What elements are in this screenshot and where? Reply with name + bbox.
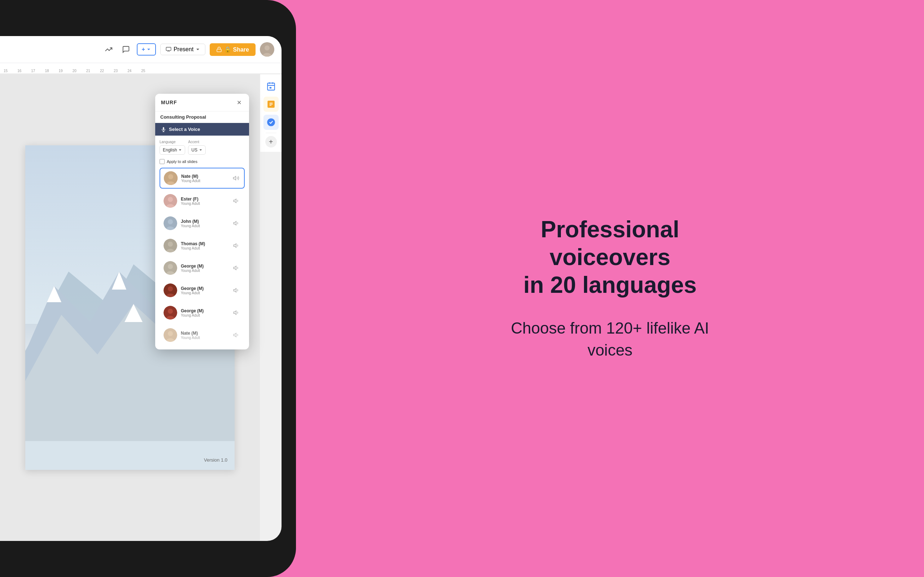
play-icon[interactable] (232, 308, 241, 317)
murf-body: Language English Accent US (155, 135, 249, 350)
voice-item[interactable]: George (M) Young Adult (160, 280, 245, 300)
voice-avatar (163, 239, 177, 253)
voice-name: George (M) (181, 264, 228, 269)
svg-point-45 (168, 286, 173, 292)
svg-point-3 (265, 45, 270, 50)
check-icon[interactable] (263, 115, 279, 130)
voice-item[interactable]: John (M) Young Adult (160, 213, 245, 233)
accent-label: Accent (188, 140, 206, 144)
voice-item[interactable]: Thomas (M) Young Adult (160, 235, 245, 256)
share-button[interactable]: 🔒 Share (210, 43, 255, 56)
voice-list: Nate (M) Young Adult (160, 168, 245, 345)
hero-content: Professional voiceoversin 20 languages C… (502, 216, 718, 361)
voice-info: Nate (M) Young Adult (181, 331, 228, 340)
voice-avatar (163, 328, 177, 342)
voice-type: Young Adult (181, 336, 228, 340)
hero-title: Professional voiceoversin 20 languages (502, 216, 718, 298)
voice-item[interactable]: George (M) Young Adult (160, 303, 245, 323)
language-select[interactable]: English (160, 145, 185, 155)
voice-type: Young Adult (181, 269, 228, 272)
voice-avatar (163, 284, 177, 297)
voice-info: Ester (F) Young Adult (181, 197, 228, 206)
voice-avatar (163, 216, 177, 230)
svg-rect-1 (217, 49, 221, 52)
murf-close-button[interactable]: ✕ (234, 98, 243, 107)
svg-marker-55 (234, 333, 236, 337)
voice-avatar (163, 306, 177, 319)
voice-name: George (M) (181, 286, 228, 291)
apply-checkbox[interactable]: Apply to all slides (160, 159, 245, 164)
user-avatar[interactable] (260, 42, 274, 56)
murf-dialog: MURF ✕ Consulting Proposal Select a Voic… (155, 94, 249, 350)
voice-item[interactable]: George (M) Young Adult (160, 258, 245, 278)
svg-point-41 (168, 264, 173, 269)
svg-point-49 (168, 309, 173, 314)
svg-point-21 (267, 118, 275, 126)
laptop-screen: + Present 🔒 Share (0, 36, 281, 541)
laptop-frame: + Present 🔒 Share (0, 0, 296, 577)
svg-rect-16 (269, 87, 271, 89)
voice-type: Young Adult (181, 313, 228, 318)
voice-info: George (M) Young Adult (181, 308, 228, 318)
murf-header: MURF ✕ (155, 94, 249, 111)
add-button[interactable]: + (137, 43, 156, 56)
ruler-numbers: 1516171819202122232425 (3, 69, 145, 73)
voice-info: George (M) Young Adult (181, 286, 228, 295)
toolbar: + Present 🔒 Share (0, 36, 281, 63)
voice-name: Thomas (M) (181, 241, 228, 246)
select-voice-label: Select a Voice (169, 127, 200, 132)
svg-marker-47 (234, 288, 236, 292)
right-sidebar: + (260, 74, 281, 152)
svg-point-33 (168, 219, 173, 224)
accent-filter: Accent US (188, 140, 206, 155)
play-icon[interactable] (232, 174, 241, 182)
language-filter: Language English (160, 140, 185, 155)
present-button[interactable]: Present (160, 44, 205, 55)
svg-rect-11 (25, 441, 234, 470)
proposal-title: Consulting Proposal (155, 111, 249, 123)
murf-title: MURF (161, 100, 177, 105)
sticky-icon[interactable] (263, 97, 279, 112)
play-icon[interactable] (232, 264, 241, 272)
voice-name: Nate (M) (181, 331, 228, 336)
play-icon[interactable] (232, 219, 241, 227)
voice-item[interactable]: Nate (M) Young Adult (160, 168, 245, 189)
language-label: Language (160, 140, 185, 144)
voice-type: Young Adult (181, 224, 228, 228)
svg-marker-43 (234, 266, 236, 270)
sidebar-divider (266, 133, 276, 133)
share-label: 🔒 Share (224, 46, 249, 53)
svg-rect-0 (166, 47, 171, 50)
calendar-icon[interactable] (263, 79, 279, 94)
checkbox[interactable] (160, 159, 165, 164)
voice-avatar (163, 261, 177, 275)
play-icon[interactable] (232, 241, 241, 250)
ruler: 1516171819202122232425 (0, 63, 281, 74)
voice-item[interactable]: Nate (M) Young Adult (160, 325, 245, 345)
add-icon: + (142, 46, 145, 53)
voice-info: John (M) Young Adult (181, 219, 228, 228)
play-icon[interactable] (232, 286, 241, 295)
voice-item[interactable]: Ester (F) Young Adult (160, 191, 245, 211)
svg-marker-35 (234, 221, 236, 226)
hero-subtitle: Choose from 120+ lifelike AIvoices (502, 317, 718, 361)
add-sidebar-button[interactable]: + (265, 136, 277, 148)
play-icon[interactable] (232, 331, 241, 339)
svg-rect-12 (267, 83, 275, 90)
voice-name: Ester (F) (181, 197, 228, 201)
apply-label: Apply to all slides (167, 160, 197, 164)
trend-icon[interactable] (102, 43, 115, 56)
voice-info: Thomas (M) Young Adult (181, 241, 228, 250)
voice-name: Nate (M) (181, 174, 228, 179)
voice-avatar (164, 171, 178, 185)
svg-point-53 (168, 331, 173, 336)
accent-select[interactable]: US (188, 145, 206, 155)
hero-section: Professional voiceoversin 20 languages C… (296, 0, 924, 577)
laptop-mockup: + Present 🔒 Share (0, 0, 296, 577)
voice-type: Young Adult (181, 291, 228, 295)
play-icon[interactable] (232, 197, 241, 205)
comment-icon[interactable] (120, 43, 132, 56)
voice-info: George (M) Young Adult (181, 264, 228, 272)
svg-marker-27 (234, 176, 236, 180)
murf-subheader: Select a Voice (155, 123, 249, 135)
